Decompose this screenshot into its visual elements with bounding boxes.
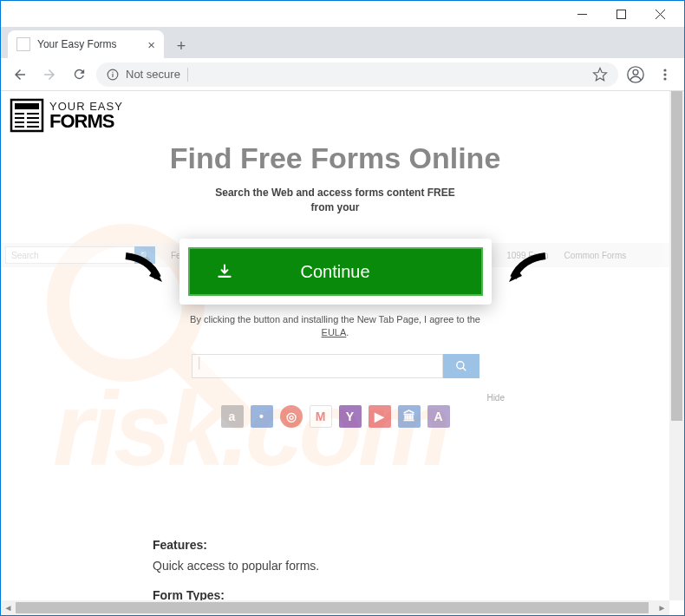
logo-icon <box>10 98 44 133</box>
scroll-thumb[interactable] <box>671 91 682 421</box>
new-tab-button[interactable]: + <box>169 34 193 58</box>
scroll-right-arrow-icon[interactable]: ► <box>655 600 669 615</box>
tile-aol[interactable]: A <box>427 405 450 428</box>
browser-window: Your Easy Forms × + Not secure risk.com <box>0 0 685 616</box>
cta-area: Continue By clicking the button and inst… <box>179 239 492 340</box>
window-titlebar <box>1 1 684 27</box>
tab-title: Your Easy Forms <box>37 38 117 50</box>
close-button[interactable] <box>641 2 680 26</box>
arrow-right-icon <box>505 252 552 295</box>
site-logo[interactable]: YOUR EASY FORMS <box>10 98 123 133</box>
maximize-button[interactable] <box>602 2 641 26</box>
tab-close-icon[interactable]: × <box>147 37 155 52</box>
bookmark-star-icon[interactable] <box>592 67 608 82</box>
tile-yahoo[interactable]: Y <box>339 405 362 428</box>
security-label: Not secure <box>126 68 180 81</box>
svg-rect-15 <box>15 103 39 109</box>
browser-toolbar: Not secure <box>1 58 684 91</box>
svg-point-9 <box>663 69 666 71</box>
scroll-left-arrow-icon[interactable]: ◄ <box>1 600 16 615</box>
svg-point-8 <box>633 69 638 75</box>
eula-text: By clicking the button and installing th… <box>179 313 492 340</box>
quick-tiles: a • ◎ M Y ▶ 🏛 A <box>221 405 450 428</box>
arrow-left-icon <box>119 252 166 295</box>
hero-subtitle: Search the Web and access forms content … <box>1 186 669 215</box>
tab-strip: Your Easy Forms × + <box>1 27 684 58</box>
tile-youtube[interactable]: ▶ <box>369 405 391 428</box>
secondary-search-input[interactable]: | <box>192 354 443 378</box>
eula-link[interactable]: EULA <box>322 327 347 337</box>
vertical-scrollbar[interactable] <box>669 91 684 600</box>
tile-gmail[interactable]: M <box>310 405 332 428</box>
content-area: risk.com YOUR EASY FORMS Find Free Forms… <box>1 91 684 615</box>
download-icon <box>216 263 233 280</box>
horizontal-scrollbar[interactable]: ◄ ► <box>1 600 669 615</box>
bg-search-input[interactable]: Search <box>5 246 135 264</box>
address-bar[interactable]: Not secure <box>96 62 618 87</box>
browser-tab[interactable]: Your Easy Forms × <box>8 30 164 58</box>
menu-button[interactable] <box>653 62 677 87</box>
minimize-button[interactable] <box>563 2 602 26</box>
favicon-icon <box>16 37 30 51</box>
tile-walmart[interactable]: • <box>251 405 273 428</box>
back-button[interactable] <box>8 62 32 87</box>
tile-target[interactable]: ◎ <box>280 405 303 428</box>
features-text: Quick access to popular forms. <box>153 556 635 577</box>
separator <box>187 68 188 82</box>
tile-bank[interactable]: 🏛 <box>398 405 421 428</box>
tile-amazon[interactable]: a <box>221 405 244 428</box>
page: risk.com YOUR EASY FORMS Find Free Forms… <box>1 91 669 600</box>
hero-title: Find Free Forms Online <box>1 141 669 175</box>
secondary-search: | <box>192 354 480 378</box>
svg-point-11 <box>663 77 666 80</box>
cta-box: Continue <box>179 239 492 305</box>
svg-point-24 <box>456 362 463 369</box>
profile-button[interactable] <box>623 62 648 87</box>
scroll-thumb[interactable] <box>16 602 649 613</box>
svg-point-6 <box>112 71 113 72</box>
svg-line-25 <box>462 368 466 371</box>
bg-link[interactable]: Common Forms <box>564 251 627 260</box>
features-heading: Features: <box>153 535 635 556</box>
forward-button[interactable] <box>37 62 62 87</box>
hide-link[interactable]: Hide <box>486 393 505 403</box>
continue-button[interactable]: Continue <box>188 247 483 296</box>
svg-point-10 <box>663 73 666 75</box>
svg-rect-1 <box>617 10 626 18</box>
reload-button[interactable] <box>67 62 91 87</box>
hero: Find Free Forms Online Search the Web an… <box>1 141 669 215</box>
info-icon <box>107 69 119 81</box>
continue-label: Continue <box>300 262 369 282</box>
secondary-search-button[interactable] <box>443 354 480 378</box>
logo-line2: FORMS <box>49 112 123 131</box>
